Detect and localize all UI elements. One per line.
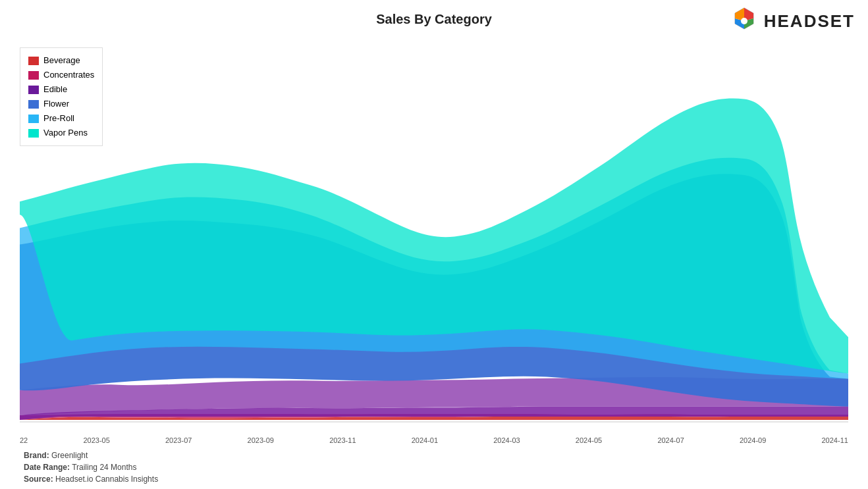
source-label: Source: xyxy=(24,475,53,484)
brand-label: Brand: xyxy=(24,451,49,460)
x-label-5: 2024-01 xyxy=(412,436,438,444)
logo-icon xyxy=(730,7,759,36)
x-label-0: 22 xyxy=(20,436,28,444)
x-label-7: 2024-05 xyxy=(576,436,602,444)
chart-area xyxy=(20,39,848,430)
x-label-3: 2023-09 xyxy=(248,436,274,444)
x-axis-labels: 22 2023-05 2023-07 2023-09 2023-11 2024-… xyxy=(20,436,848,444)
date-range-value: Trailing 24 Months xyxy=(72,463,136,472)
x-label-1: 2023-05 xyxy=(83,436,109,444)
x-label-4: 2023-11 xyxy=(329,436,356,444)
x-label-10: 2024-11 xyxy=(822,436,848,444)
svg-point-1 xyxy=(741,18,747,24)
brand-value: Greenlight xyxy=(51,451,88,460)
x-label-8: 2024-07 xyxy=(657,436,684,444)
chart-footer: Brand: Greenlight Date Range: Trailing 2… xyxy=(24,450,158,485)
footer-brand: Brand: Greenlight xyxy=(24,450,158,461)
x-label-9: 2024-09 xyxy=(740,436,766,444)
area-chart xyxy=(20,39,848,430)
footer-source: Source: Headset.io Cannabis Insights xyxy=(24,473,158,485)
footer-date-range: Date Range: Trailing 24 Months xyxy=(24,461,158,473)
logo: HEADSET xyxy=(730,7,855,36)
chart-container: Sales By Category HEADSET Beverage Conce… xyxy=(0,0,868,489)
x-label-2: 2023-07 xyxy=(165,436,192,444)
date-range-label: Date Range: xyxy=(24,463,70,472)
x-label-6: 2024-03 xyxy=(493,436,520,444)
logo-text: HEADSET xyxy=(764,11,855,32)
source-value: Headset.io Cannabis Insights xyxy=(55,475,158,484)
